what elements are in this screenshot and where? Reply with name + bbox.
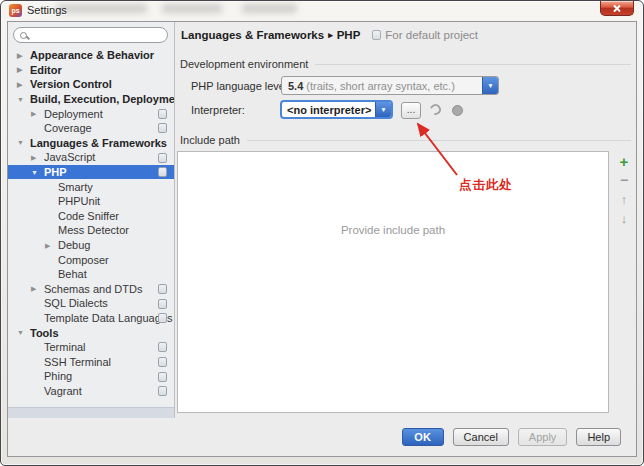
tree-item-phing[interactable]: Phing bbox=[8, 369, 174, 384]
settings-tree: ▶Appearance & Behavior▶Editor▶Version Co… bbox=[8, 46, 174, 407]
tree-item-coverage[interactable]: Coverage bbox=[8, 121, 174, 136]
php-settings-panel: Languages & Frameworks ▸ PHP For default… bbox=[175, 22, 636, 418]
page-icon bbox=[158, 284, 167, 294]
collapsed-arrow-icon[interactable]: ▶ bbox=[45, 242, 58, 249]
cancel-button[interactable]: Cancel bbox=[453, 428, 509, 446]
search-icon bbox=[20, 32, 27, 39]
project-icon bbox=[372, 30, 381, 40]
tree-item-vagrant[interactable]: Vagrant bbox=[8, 384, 174, 399]
help-button[interactable]: Help bbox=[576, 428, 621, 446]
window-title: Settings bbox=[27, 4, 67, 16]
tree-item-phpunit[interactable]: PHPUnit bbox=[8, 194, 174, 209]
page-icon bbox=[158, 372, 167, 382]
search-area bbox=[8, 22, 174, 46]
sidebar-bottom-band bbox=[8, 407, 174, 418]
expanded-arrow-icon[interactable]: ▼ bbox=[17, 139, 30, 146]
php-language-level-label: PHP language level: bbox=[191, 80, 290, 92]
interpreter-label: Interpreter: bbox=[191, 104, 245, 116]
breadcrumb-part: PHP bbox=[337, 29, 361, 41]
tree-item-ssh-terminal[interactable]: SSH Terminal bbox=[8, 354, 174, 369]
expanded-arrow-icon[interactable]: ▼ bbox=[17, 329, 30, 336]
tree-item-terminal[interactable]: Terminal bbox=[8, 340, 174, 355]
search-box[interactable] bbox=[13, 27, 168, 43]
tree-item-label: Terminal bbox=[44, 341, 86, 353]
remove-icon[interactable]: − bbox=[615, 172, 633, 188]
tree-item-sql-dialects[interactable]: SQL Dialects bbox=[8, 296, 174, 311]
move-up-icon[interactable]: ↑ bbox=[615, 191, 633, 207]
tree-item-template-data-languages[interactable]: Template Data Languages bbox=[8, 311, 174, 326]
move-down-icon[interactable]: ↓ bbox=[615, 210, 633, 226]
close-button[interactable] bbox=[600, 1, 634, 16]
ok-button[interactable]: OK bbox=[402, 428, 444, 446]
tree-item-label: Template Data Languages bbox=[44, 312, 172, 324]
settings-sidebar: ▶Appearance & Behavior▶Editor▶Version Co… bbox=[8, 22, 175, 418]
tree-item-label: Languages & Frameworks bbox=[30, 137, 167, 149]
development-environment-section: Development environment bbox=[180, 58, 631, 70]
tree-item-debug[interactable]: ▶Debug bbox=[8, 238, 174, 253]
annotation-text: 点击此处 bbox=[459, 177, 513, 194]
collapsed-arrow-icon[interactable]: ▶ bbox=[31, 154, 44, 161]
tree-item-label: JavaScript bbox=[44, 151, 95, 163]
php-level-description: (traits, short array syntax, etc.) bbox=[306, 80, 455, 92]
tree-item-build-execution-deployment[interactable]: ▼Build, Execution, Deployment bbox=[8, 92, 174, 107]
tree-item-appearance-behavior[interactable]: ▶Appearance & Behavior bbox=[8, 48, 174, 63]
titlebar-glass-blur bbox=[242, 4, 297, 13]
add-icon[interactable]: + bbox=[615, 153, 633, 169]
tree-item-label: Composer bbox=[58, 254, 109, 266]
page-icon bbox=[158, 167, 167, 177]
tree-item-label: Tools bbox=[30, 327, 59, 339]
interpreter-select[interactable]: <no interpreter> ▼ bbox=[280, 100, 393, 119]
chevron-down-icon[interactable]: ▼ bbox=[375, 102, 391, 117]
collapsed-arrow-icon[interactable]: ▶ bbox=[31, 285, 44, 292]
page-icon bbox=[158, 342, 167, 352]
tree-item-schemas-and-dtds[interactable]: ▶Schemas and DTDs bbox=[8, 282, 174, 297]
page-icon bbox=[158, 357, 167, 367]
breadcrumb-separator-icon: ▸ bbox=[328, 30, 333, 40]
search-input[interactable] bbox=[31, 29, 163, 41]
collapsed-arrow-icon[interactable]: ▶ bbox=[17, 66, 30, 73]
settings-window: ps Settings ▶Appearance & Behavior▶Edito… bbox=[0, 0, 644, 466]
tree-item-languages-frameworks[interactable]: ▼Languages & Frameworks bbox=[8, 136, 174, 151]
tree-item-label: Editor bbox=[30, 64, 62, 76]
tree-item-php[interactable]: ▼PHP bbox=[8, 165, 174, 180]
tree-item-label: PHP bbox=[44, 166, 67, 178]
page-icon bbox=[158, 386, 167, 396]
tree-item-label: Vagrant bbox=[44, 385, 82, 397]
tree-item-version-control[interactable]: ▶Version Control bbox=[8, 77, 174, 92]
interpreter-browse-button[interactable]: ... bbox=[401, 102, 421, 119]
expanded-arrow-icon[interactable]: ▼ bbox=[17, 96, 30, 103]
chevron-down-icon[interactable]: ▼ bbox=[482, 77, 498, 94]
tree-item-label: Phing bbox=[44, 370, 72, 382]
tree-item-code-sniffer[interactable]: Code Sniffer bbox=[8, 209, 174, 224]
collapsed-arrow-icon[interactable]: ▶ bbox=[17, 81, 30, 88]
dialog-footer: OKCancelApplyHelp bbox=[8, 418, 636, 456]
close-icon bbox=[613, 4, 621, 12]
tree-item-smarty[interactable]: Smarty bbox=[8, 179, 174, 194]
tree-item-label: Deployment bbox=[44, 108, 103, 120]
include-path-placeholder: Provide include path bbox=[178, 224, 608, 236]
include-path-section: Include path bbox=[180, 134, 631, 146]
collapsed-arrow-icon[interactable]: ▶ bbox=[17, 52, 30, 59]
expanded-arrow-icon[interactable]: ▼ bbox=[31, 169, 44, 176]
page-icon bbox=[158, 299, 167, 309]
tree-item-label: Appearance & Behavior bbox=[30, 49, 154, 61]
php-language-level-select[interactable]: 5.4 (traits, short array syntax, etc.) ▼ bbox=[281, 76, 499, 95]
tree-item-composer[interactable]: Composer bbox=[8, 252, 174, 267]
collapsed-arrow-icon[interactable]: ▶ bbox=[31, 110, 44, 117]
reload-icon[interactable] bbox=[428, 102, 443, 117]
php-level-version: 5.4 bbox=[288, 80, 303, 92]
page-icon bbox=[158, 153, 167, 163]
tree-item-label: Mess Detector bbox=[58, 224, 129, 236]
tree-item-label: Version Control bbox=[30, 78, 112, 90]
tree-item-javascript[interactable]: ▶JavaScript bbox=[8, 150, 174, 165]
tree-item-editor[interactable]: ▶Editor bbox=[8, 63, 174, 78]
tree-item-deployment[interactable]: ▶Deployment bbox=[8, 106, 174, 121]
tree-item-label: Code Sniffer bbox=[58, 210, 119, 222]
tree-item-tools[interactable]: ▼Tools bbox=[8, 325, 174, 340]
include-path-list[interactable]: Provide include path bbox=[177, 151, 609, 413]
interpreter-value: <no interpreter> bbox=[282, 102, 375, 117]
tree-item-behat[interactable]: Behat bbox=[8, 267, 174, 282]
tree-item-mess-detector[interactable]: Mess Detector bbox=[8, 223, 174, 238]
for-default-project-note: For default project bbox=[385, 29, 478, 41]
title-bar: ps Settings bbox=[2, 1, 642, 20]
